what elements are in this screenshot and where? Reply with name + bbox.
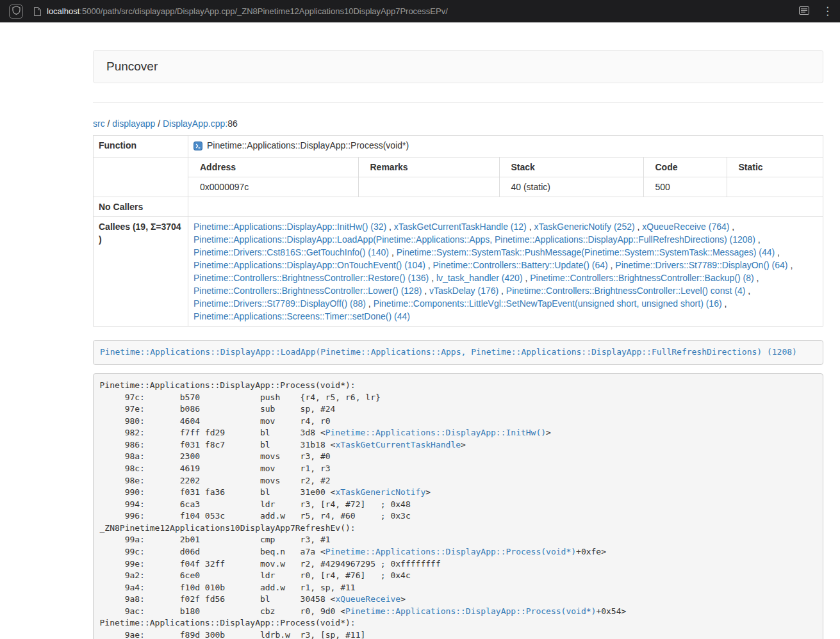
stats-col-header: Static <box>727 158 823 177</box>
page-title: Puncover <box>106 60 158 73</box>
url-host: localhost <box>47 6 79 16</box>
stats-value: 40 (static) <box>499 177 643 197</box>
breadcrumb-link[interactable]: displayapp <box>112 118 155 129</box>
callee-separator: , <box>775 247 780 257</box>
symbol-link[interactable]: xQueueReceive <box>335 594 400 604</box>
shield-extension-button[interactable] <box>9 4 23 19</box>
callee-link[interactable]: xQueueReceive (764) <box>642 222 729 232</box>
callee-separator: , <box>386 222 394 232</box>
callee-separator: , <box>755 234 761 245</box>
no-callers-label: No Callers <box>94 197 188 217</box>
callee-separator: , <box>608 260 616 270</box>
callee-link[interactable]: Pinetime::System::SystemTask::PushMessag… <box>397 247 775 257</box>
page-icon <box>33 7 41 16</box>
url-text: localhost:5000/path/src/displayapp/Displ… <box>47 6 448 16</box>
callee-separator: , <box>389 247 397 257</box>
callee-separator: , <box>366 298 374 309</box>
browser-actions: ⋮ <box>799 6 834 17</box>
menu-dots-icon[interactable]: ⋮ <box>822 6 834 17</box>
breadcrumb: src / displayapp / DisplayApp.cpp:86 <box>93 117 823 130</box>
selected-callee-box: Pinetime::Applications::DisplayApp::Load… <box>93 340 823 365</box>
callee-separator: , <box>729 222 734 232</box>
no-callers-row: No Callers <box>94 197 823 217</box>
symbol-link[interactable]: Pinetime::Applications::DisplayApp::Proc… <box>325 547 576 556</box>
callee-link[interactable]: Pinetime::Applications::DisplayApp::OnTo… <box>194 260 425 270</box>
callee-separator: , <box>498 286 506 296</box>
callee-link[interactable]: Pinetime::Controllers::BrightnessControl… <box>506 286 745 296</box>
breadcrumb-text: / <box>105 118 113 129</box>
reader-mode-icon[interactable] <box>799 6 809 17</box>
callee-link[interactable]: Pinetime::Controllers::Battery::Update()… <box>433 260 608 270</box>
callee-link[interactable]: Pinetime::Components::LittleVgl::SetNewT… <box>374 298 722 309</box>
function-stats-table: AddressRemarksStackCodeStatic 0x0000097c… <box>188 158 823 197</box>
stats-cell: AddressRemarksStackCodeStatic 0x0000097c… <box>188 158 823 197</box>
function-icon <box>194 141 202 154</box>
selected-callee-link[interactable]: Pinetime::Applications::DisplayApp::Load… <box>100 347 797 357</box>
function-name-cell: Pinetime::Applications::DisplayApp::Proc… <box>188 136 823 158</box>
callee-link[interactable]: Pinetime::Controllers::BrightnessControl… <box>530 273 754 283</box>
symbol-link[interactable]: xTaskGetCurrentTaskHandle <box>335 440 461 449</box>
breadcrumb-text: / <box>155 118 163 129</box>
callees-row: Callees (19, Σ=3704 ) Pinetime::Applicat… <box>94 217 823 327</box>
stats-col-header: Remarks <box>358 158 499 177</box>
callee-link[interactable]: Pinetime::Controllers::BrightnessControl… <box>194 273 429 283</box>
stats-value <box>727 177 823 197</box>
url-path: :5000/path/src/displayapp/DisplayApp.cpp… <box>79 6 448 16</box>
callee-separator: , <box>754 273 759 283</box>
callee-link[interactable]: vTaskDelay (176) <box>429 286 498 296</box>
callee-link[interactable]: lv_task_handler (420) <box>436 273 523 283</box>
stats-col-header: Stack <box>499 158 643 177</box>
function-row-label: Function <box>94 136 188 158</box>
function-table: Function Pinetime::Applications::Display… <box>93 135 823 327</box>
callee-link[interactable]: xTaskGenericNotify (252) <box>534 222 634 232</box>
function-name: Pinetime::Applications::DisplayApp::Proc… <box>207 140 409 150</box>
url-bar[interactable]: localhost:5000/path/src/displayapp/Displ… <box>33 6 791 16</box>
divider <box>93 102 823 103</box>
callee-separator: , <box>722 298 727 309</box>
callee-link[interactable]: Pinetime::Drivers::Cst816S::GetTouchInfo… <box>194 247 389 257</box>
stats-col-header: Code <box>643 158 727 177</box>
stats-values-row: 0x0000097c40 (static)500 <box>188 177 823 197</box>
callee-separator: , <box>635 222 643 232</box>
callee-link[interactable]: Pinetime::Controllers::BrightnessControl… <box>194 286 422 296</box>
callee-link[interactable]: xTaskGetCurrentTaskHandle (12) <box>394 222 527 232</box>
breadcrumb-text: 86 <box>227 118 238 129</box>
callee-separator: , <box>745 286 750 296</box>
callees-list: Pinetime::Applications::DisplayApp::Init… <box>188 217 823 327</box>
stats-col-header: Address <box>188 158 358 177</box>
callee-separator: , <box>523 273 531 283</box>
symbol-link[interactable]: Pinetime::Applications::DisplayApp::Proc… <box>345 606 596 616</box>
stats-value: 500 <box>643 177 727 197</box>
breadcrumb-link[interactable]: src <box>93 118 105 129</box>
shield-icon <box>12 6 21 17</box>
stats-value: 0x0000097c <box>188 177 358 197</box>
callers-cell <box>188 197 823 217</box>
symbol-link[interactable]: Pinetime::Applications::DisplayApp::Init… <box>325 428 546 437</box>
callee-link[interactable]: Pinetime::Drivers::St7789::DisplayOn() (… <box>615 260 787 270</box>
stats-row-label <box>94 158 188 197</box>
symbol-link[interactable]: xTaskGenericNotify <box>335 487 425 497</box>
stats-row: AddressRemarksStackCodeStatic 0x0000097c… <box>94 158 823 197</box>
callee-link[interactable]: Pinetime::Drivers::St7789::DisplayOff() … <box>194 298 366 309</box>
callee-link[interactable]: Pinetime::Applications::Screens::Timer::… <box>194 311 410 321</box>
page-container: Puncover src / displayapp / DisplayApp.c… <box>93 50 823 639</box>
callee-separator: , <box>429 273 436 283</box>
callee-separator: , <box>422 286 429 296</box>
callees-label: Callees (19, Σ=3704 ) <box>94 217 188 327</box>
callee-link[interactable]: Pinetime::Applications::DisplayApp::Init… <box>194 222 386 232</box>
breadcrumb-link[interactable]: DisplayApp.cpp: <box>163 118 227 129</box>
callee-separator: , <box>425 260 433 270</box>
page-title-panel: Puncover <box>93 50 823 83</box>
callee-separator: , <box>788 260 793 270</box>
callee-separator: , <box>527 222 534 232</box>
callee-link[interactable]: Pinetime::Applications::DisplayApp::Load… <box>194 234 755 245</box>
stats-value <box>358 177 499 197</box>
function-row: Function Pinetime::Applications::Display… <box>94 136 823 158</box>
disassembly-block: Pinetime::Applications::DisplayApp::Proc… <box>93 373 823 639</box>
browser-chrome: localhost:5000/path/src/displayapp/Displ… <box>0 0 840 22</box>
stats-header-row: AddressRemarksStackCodeStatic <box>188 158 823 177</box>
